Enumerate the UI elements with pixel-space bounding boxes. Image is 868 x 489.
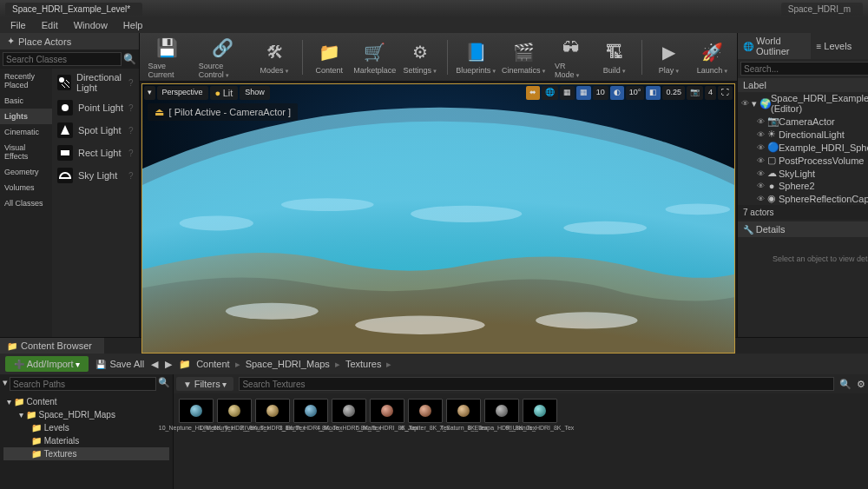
- category-geometry[interactable]: Geometry: [0, 164, 52, 180]
- launch-button[interactable]: 🚀Launch▼: [694, 36, 732, 77]
- crumb-content[interactable]: Content: [196, 359, 230, 369]
- vr-mode-button[interactable]: 🕶VR Mode▼: [551, 32, 590, 82]
- tree-item-skylight[interactable]: 👁☁SkyLight: [738, 167, 868, 180]
- crumb-space_hdri_maps[interactable]: Space_HDRI_Maps: [246, 359, 330, 369]
- tree-item-postprocessvolume[interactable]: 👁▢PostProcessVolume: [738, 154, 868, 167]
- tree-folder-textures[interactable]: 📁 Textures: [3, 447, 169, 460]
- visibility-icon[interactable]: 👁: [757, 182, 765, 190]
- settings-button[interactable]: ⚙Settings▼: [401, 36, 439, 77]
- cinematics-button[interactable]: 🎬Cinematics▼: [502, 36, 546, 77]
- perspective-button[interactable]: Perspective: [157, 86, 208, 100]
- save-current-button[interactable]: 💾Save Current: [145, 32, 190, 82]
- search-paths-input[interactable]: [10, 377, 156, 391]
- search-icon[interactable]: 🔍: [158, 377, 170, 391]
- world-outliner-tab[interactable]: 🌐 World Outliner: [738, 33, 812, 59]
- asset-6_jupiter_8k_tex[interactable]: 6_Jupiter_8K_Tex: [408, 399, 443, 432]
- secondary-title-tab[interactable]: Space_HDRI_m: [781, 3, 863, 16]
- category-cinematic[interactable]: Cinematic: [0, 124, 52, 140]
- details-tab[interactable]: 🔧 Details: [738, 221, 868, 237]
- build-button[interactable]: 🏗Build▼: [595, 36, 634, 77]
- add-import-button[interactable]: ➕ Add/Import ▾: [5, 356, 89, 372]
- category-volumes[interactable]: Volumes: [0, 180, 52, 195]
- tree-item-spherereflectioncapture[interactable]: 👁◉SphereReflectionCapture: [738, 192, 868, 205]
- surface-snap-icon[interactable]: ▦: [560, 86, 575, 100]
- transform-mode-icon[interactable]: ⬌: [526, 86, 540, 100]
- place-actors-tab[interactable]: ✦ Place Actors: [0, 33, 139, 50]
- camera-speed-icon[interactable]: 📷: [687, 86, 703, 100]
- tree-folder-space_hdri_maps[interactable]: ▾ 📁 Space_HDRI_Maps: [3, 408, 169, 421]
- category-recently-placed[interactable]: Recently Placed: [0, 69, 52, 93]
- show-button[interactable]: Show: [240, 86, 270, 100]
- source-control-button[interactable]: 🔗Source Control▼: [195, 32, 251, 82]
- help-icon[interactable]: ?: [128, 149, 134, 158]
- visibility-icon[interactable]: 👁: [757, 143, 765, 152]
- save-all-button[interactable]: 💾 Save All: [95, 359, 144, 369]
- folder-icon[interactable]: 📁: [179, 359, 191, 370]
- category-visual-effects[interactable]: Visual Effects: [0, 140, 52, 164]
- tree-item-cameraactor[interactable]: 👁📷CameraActor: [738, 115, 868, 128]
- marketplace-button[interactable]: 🛒Marketplace: [353, 36, 396, 77]
- filters-button[interactable]: ▼ Filters ▾: [176, 377, 233, 391]
- visibility-icon[interactable]: 👁: [757, 117, 765, 126]
- search-classes-input[interactable]: [3, 52, 122, 66]
- menu-window[interactable]: Window: [67, 18, 115, 32]
- actor-sky-light[interactable]: Sky Light?: [52, 164, 139, 187]
- viewport-options-button[interactable]: ▾: [144, 86, 155, 100]
- nav-back-button[interactable]: ◀: [151, 359, 158, 370]
- level-title-tab[interactable]: Space_HDRI_Example_Level*: [5, 3, 142, 16]
- modes-button[interactable]: 🛠Modes▼: [256, 36, 294, 77]
- tree-folder-levels[interactable]: 📁 Levels: [3, 421, 169, 434]
- tree-item-example_hdri_sphere[interactable]: 👁🔵Example_HDRI_Sphere: [738, 141, 868, 154]
- content-browser-tab[interactable]: 📁 Content Browser: [0, 338, 104, 354]
- search-icon[interactable]: 🔍: [839, 379, 852, 390]
- outliner-label-header[interactable]: Label: [743, 80, 766, 90]
- category-lights[interactable]: Lights: [0, 109, 52, 124]
- lit-mode-button[interactable]: ● Lit: [210, 86, 239, 100]
- search-icon[interactable]: 🔍: [123, 53, 136, 65]
- viewport[interactable]: ▾ Perspective ● Lit Show ⬌🌐▦▦10◐10°◧0.25…: [141, 83, 735, 354]
- angle-snap-icon[interactable]: ◐: [610, 86, 624, 100]
- actor-point-light[interactable]: Point Light?: [52, 96, 139, 119]
- menu-help[interactable]: Help: [116, 18, 150, 32]
- help-icon[interactable]: ?: [128, 171, 134, 181]
- visibility-icon[interactable]: 👁: [757, 169, 765, 178]
- maximize-icon[interactable]: ⛶: [718, 86, 733, 100]
- category-all-classes[interactable]: All Classes: [0, 195, 52, 211]
- actor-directional-light[interactable]: Directional Light?: [52, 69, 139, 96]
- grid-snap-icon[interactable]: ▦: [576, 86, 591, 100]
- play-button[interactable]: ▶Play▼: [650, 36, 688, 77]
- asset-9_uranus_hdri_8k_tex[interactable]: 9_Uranus_HDRI_8K_Tex: [523, 399, 557, 432]
- menu-file[interactable]: File: [3, 18, 33, 32]
- scale-size[interactable]: 0.25: [662, 86, 685, 100]
- scale-snap-icon[interactable]: ◧: [646, 86, 661, 100]
- eject-icon[interactable]: ⏏: [155, 106, 164, 118]
- search-textures-input[interactable]: [239, 377, 834, 391]
- visibility-icon[interactable]: 👁: [757, 156, 765, 165]
- tree-folder-content[interactable]: ▾ 📁 Content: [3, 395, 169, 408]
- content-button[interactable]: 📁Content: [310, 36, 348, 77]
- visibility-icon[interactable]: 👁: [757, 195, 765, 203]
- angle-size[interactable]: 10°: [626, 86, 645, 100]
- help-icon[interactable]: ?: [128, 103, 134, 113]
- actor-rect-light[interactable]: Rect Light?: [52, 142, 139, 164]
- grid-size[interactable]: 10: [593, 86, 608, 100]
- tree-root[interactable]: 👁▾🌍Space_HDRI_Example_Level (Editor): [738, 92, 868, 115]
- help-icon[interactable]: ?: [128, 78, 134, 88]
- nav-forward-button[interactable]: ▶: [165, 359, 172, 370]
- outliner-search-input[interactable]: [740, 62, 868, 76]
- asset-5_mars_hdri_8k_tex[interactable]: 5_Mars_HDRI_8K_Tex: [370, 399, 404, 432]
- tree-item-sphere2[interactable]: 👁●Sphere2: [738, 180, 868, 192]
- menu-edit[interactable]: Edit: [35, 18, 65, 32]
- crumb-textures[interactable]: Textures: [345, 359, 382, 369]
- tree-item-directionallight[interactable]: 👁☀DirectionalLight: [738, 128, 868, 141]
- blueprints-button[interactable]: 📘Blueprints▼: [456, 36, 496, 77]
- category-basic[interactable]: Basic: [0, 93, 52, 109]
- visibility-icon[interactable]: 👁: [757, 130, 765, 139]
- coord-space-icon[interactable]: 🌐: [542, 86, 558, 100]
- help-icon[interactable]: ?: [128, 126, 134, 135]
- actor-spot-light[interactable]: Spot Light?: [52, 119, 139, 142]
- levels-tab[interactable]: ≡ Levels: [811, 33, 868, 59]
- visibility-icon[interactable]: 👁: [741, 99, 749, 108]
- tree-folder-materials[interactable]: 📁 Materials: [3, 434, 169, 447]
- collapse-tree-button[interactable]: ▾: [3, 377, 8, 391]
